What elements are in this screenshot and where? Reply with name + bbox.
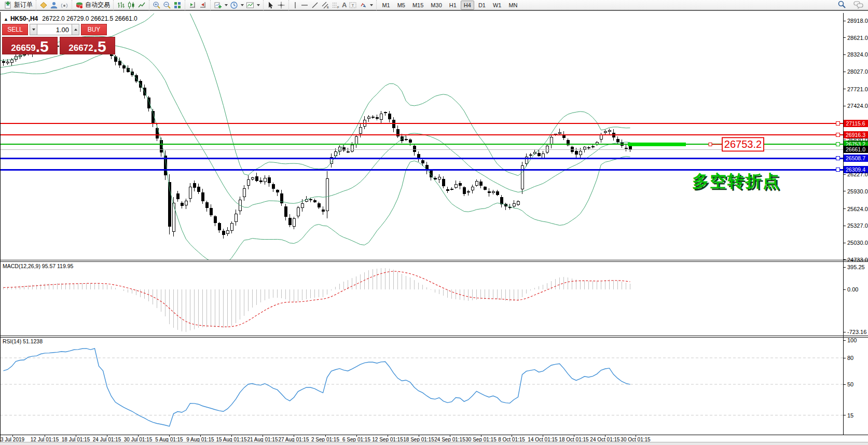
svg-text:100: 100: [847, 337, 857, 343]
timeframe-h4[interactable]: H4: [461, 1, 474, 10]
volume-increase-button[interactable]: [72, 24, 79, 35]
horizontal-line-tool[interactable]: [299, 1, 310, 10]
autotrade-icon: [75, 1, 84, 9]
search-icon[interactable]: [837, 0, 846, 11]
arrows-icon: [359, 1, 367, 9]
macd-histogram: [4, 268, 630, 332]
horizontal-line-icon: [300, 1, 309, 9]
channel-tool[interactable]: E: [320, 1, 330, 10]
timeframe-h1[interactable]: H1: [446, 1, 460, 10]
turning-point-text[interactable]: 多空转折点: [692, 172, 780, 190]
chart-axes: 28918.028621.028324.028027.027721.027424…: [0, 12, 868, 442]
text-tool[interactable]: A: [341, 1, 348, 9]
svg-text:26508.7: 26508.7: [846, 155, 865, 161]
macd-label: MACD(12,26,9) 95.57 119.95: [3, 263, 74, 269]
window-bottom-strip: [0, 442, 868, 445]
timeframe-m15[interactable]: M15: [409, 1, 426, 10]
chart-shift-button[interactable]: [187, 1, 198, 10]
collapse-marker-icon[interactable]: ▲: [4, 17, 8, 22]
dropdown-caret-icon: [370, 4, 373, 6]
tile-windows-button[interactable]: [172, 1, 183, 10]
highlight-trend-segment[interactable]: [628, 143, 686, 146]
auto-scroll-button[interactable]: [198, 1, 208, 10]
ohlc-values: 26722.0 26729.0 26621.5 26661.0: [42, 15, 137, 22]
timeframe-w1[interactable]: W1: [490, 1, 505, 10]
crosshair-icon: [277, 1, 285, 9]
line-chart-icon: [137, 1, 146, 9]
svg-text:28324.0: 28324.0: [847, 51, 868, 58]
fibonacci-icon: F: [332, 1, 340, 9]
buy-price-main: 26672: [68, 43, 93, 53]
timeframe-d1[interactable]: D1: [475, 1, 489, 10]
zoom-in-icon: [153, 1, 161, 9]
svg-text:28027.0: 28027.0: [847, 68, 868, 75]
chart-header: ▲HK50-,H426722.0 26729.0 26621.5 26661.0: [4, 15, 137, 22]
volume-decrease-button[interactable]: [30, 24, 37, 35]
line-chart-mode-button[interactable]: [136, 1, 147, 10]
profile-icon: [50, 1, 58, 9]
tile-windows-icon: [173, 1, 182, 9]
svg-text:27424.0: 27424.0: [847, 103, 868, 109]
buy-button[interactable]: BUY: [81, 24, 107, 35]
svg-text:80: 80: [847, 355, 853, 361]
periods-dropdown[interactable]: [229, 1, 245, 10]
svg-text:27115.6: 27115.6: [846, 120, 865, 127]
gold-button[interactable]: [38, 1, 49, 10]
bar-chart-mode-button[interactable]: [116, 1, 126, 10]
timeframe-m5[interactable]: M5: [394, 1, 408, 10]
signal-icon: [60, 1, 68, 9]
macd-signal-line: [4, 271, 630, 327]
svg-text:25327.0: 25327.0: [847, 223, 868, 229]
fibonacci-tool[interactable]: F: [330, 1, 341, 10]
signal-button[interactable]: [59, 1, 70, 10]
rsi-line: [4, 349, 630, 426]
zoom-in-button[interactable]: [151, 1, 162, 10]
new-order-button[interactable]: 新订单: [3, 0, 34, 10]
hline-26508.7[interactable]: 26508.7: [0, 155, 868, 162]
volume-input[interactable]: [37, 24, 72, 35]
sell-button[interactable]: SELL: [2, 24, 28, 35]
svg-text:26661.0: 26661.0: [846, 146, 865, 152]
template-chart-icon: [246, 1, 254, 9]
trendline-tool[interactable]: [310, 1, 320, 10]
user-annotations[interactable]: 26753.2多空转折点多空转折点: [628, 137, 782, 192]
sell-price-frac: .5: [36, 40, 49, 53]
templates-dropdown[interactable]: [245, 1, 261, 10]
macd-indicator-panel: MACD(12,26,9) 95.57 119.95: [3, 263, 630, 332]
new-chart-dropdown[interactable]: [213, 1, 229, 10]
cursor-tool-button[interactable]: [266, 1, 276, 10]
sell-price-box[interactable]: 26659.5: [2, 37, 58, 54]
dropdown-caret-icon: [257, 4, 260, 6]
text-a-icon: A: [342, 1, 347, 9]
svg-text:26753.2: 26753.2: [724, 138, 762, 150]
sell-price-main: 26659: [11, 43, 35, 53]
channel-icon: E: [321, 1, 329, 9]
svg-text:25030.0: 25030.0: [847, 240, 868, 246]
autotrade-button[interactable]: 自动交易: [74, 0, 111, 10]
chart-canvas[interactable]: 27115.626916.326753.226508.726309.426661…: [0, 0, 868, 445]
chat-icon[interactable]: [853, 1, 864, 11]
crosshair-tool-button[interactable]: [276, 1, 286, 10]
svg-text:0.00: 0.00: [847, 286, 858, 293]
timeframe-m1[interactable]: M1: [379, 1, 393, 10]
vertical-line-tool[interactable]: [291, 1, 299, 10]
candle-chart-icon: [127, 1, 135, 9]
svg-text:-723.16: -723.16: [847, 329, 866, 335]
level-price-label[interactable]: 26753.2: [709, 137, 764, 151]
zoom-out-button[interactable]: [162, 1, 172, 10]
profile-button[interactable]: [49, 1, 59, 10]
auto-scroll-icon: [199, 1, 207, 9]
timeframe-switcher: M1M5M15M30H1H4D1W1MN: [379, 1, 520, 10]
arrows-dropdown[interactable]: [358, 1, 374, 10]
candle-chart-mode-button[interactable]: [126, 1, 136, 10]
timeframe-m30[interactable]: M30: [428, 1, 445, 10]
vertical-line-icon: [292, 1, 298, 9]
buy-price-box[interactable]: 26672.5: [60, 37, 115, 54]
svg-text:26227.0: 26227.0: [847, 171, 868, 177]
svg-text:T: T: [352, 3, 354, 8]
text-label-tool[interactable]: T: [348, 1, 358, 10]
new-order-label: 新订单: [14, 1, 33, 9]
one-click-trade-panel: SELL BUY 26659.5 26672.5: [2, 24, 116, 54]
hline-27115.6[interactable]: 27115.6: [0, 120, 868, 127]
timeframe-mn[interactable]: MN: [505, 1, 520, 10]
